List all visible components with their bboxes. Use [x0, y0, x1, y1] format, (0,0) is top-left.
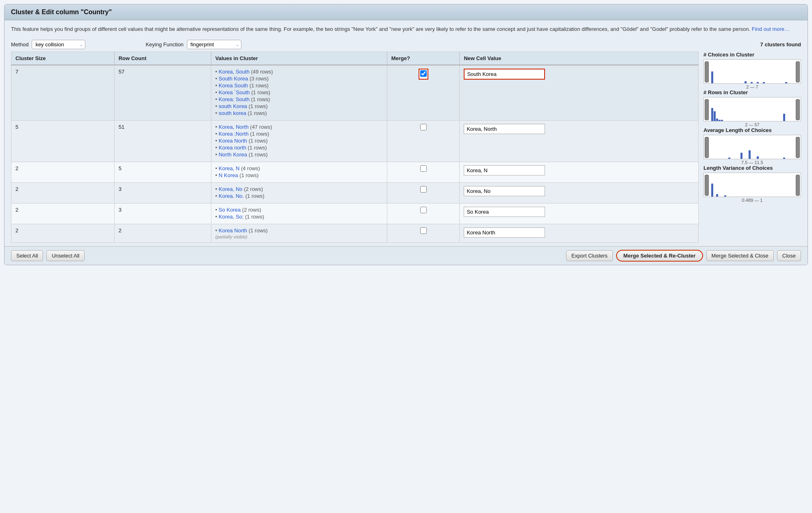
- cell-merge[interactable]: [387, 65, 460, 121]
- chart-container[interactable]: [703, 135, 801, 159]
- keying-select-wrapper[interactable]: fingerprint ngram-fingerprint metaphone3…: [187, 40, 241, 49]
- value-link[interactable]: N Korea: [219, 172, 238, 178]
- cell-merge[interactable]: [387, 162, 460, 182]
- new-value-input[interactable]: [464, 165, 545, 175]
- value-link[interactable]: south korea: [219, 110, 246, 116]
- toolbar: Method key collision nearest neighbor Ke…: [4, 37, 808, 52]
- col-new-value: New Cell Value: [460, 52, 699, 65]
- unselect-all-button[interactable]: Unselect All: [46, 250, 85, 261]
- row-count-label: (1 rows): [248, 82, 269, 89]
- merge-recluster-button[interactable]: Merge Selected & Re-Cluster: [616, 250, 703, 262]
- col-values: Values in Cluster: [211, 52, 387, 65]
- new-value-input[interactable]: [464, 124, 545, 134]
- value-link[interactable]: Korea, No: [219, 186, 243, 192]
- keying-select[interactable]: fingerprint ngram-fingerprint metaphone3…: [187, 40, 241, 49]
- new-value-input[interactable]: [464, 207, 545, 217]
- value-link[interactable]: Korea, N: [219, 165, 239, 171]
- slider-handle-right[interactable]: [796, 61, 800, 82]
- cell-values: Korea, N (4 rows)N Korea (1 rows): [211, 162, 387, 182]
- value-link[interactable]: So Korea: [219, 207, 241, 213]
- cell-new-value[interactable]: [460, 224, 699, 242]
- slider-handle-left[interactable]: [705, 175, 709, 196]
- cell-size: 2: [11, 162, 115, 182]
- chart-container[interactable]: [703, 97, 801, 121]
- value-link[interactable]: Korea South: [219, 82, 248, 89]
- chart-container[interactable]: [703, 173, 801, 197]
- value-link[interactable]: Korea: South: [219, 96, 250, 102]
- description-text: This feature helps you find groups of di…: [11, 26, 750, 32]
- merge-close-button[interactable]: Merge Selected & Close: [706, 250, 774, 261]
- title-bar: Cluster & Edit column "Country": [4, 4, 808, 20]
- cell-new-value[interactable]: [460, 65, 699, 121]
- slider-handle-left[interactable]: [705, 99, 709, 120]
- slider-handle-left[interactable]: [705, 137, 709, 158]
- slider-handle-right[interactable]: [796, 175, 800, 196]
- cell-values: Korea, South (49 rows)South Korea (3 row…: [211, 65, 387, 121]
- merge-checkbox[interactable]: [420, 186, 427, 193]
- cell-new-value[interactable]: [460, 120, 699, 162]
- list-item: Korea: South (1 rows): [215, 96, 383, 102]
- value-link[interactable]: Korea ;North: [219, 131, 249, 137]
- close-button[interactable]: Close: [777, 250, 801, 261]
- merge-checkbox[interactable]: [420, 207, 427, 213]
- slider-handle-left[interactable]: [705, 61, 709, 82]
- cell-row-count: 3: [114, 182, 211, 203]
- value-link[interactable]: Korea, North: [219, 124, 249, 130]
- row-count-label: (1 rows): [246, 145, 267, 151]
- cell-merge[interactable]: [387, 182, 460, 203]
- value-link[interactable]: Korea North: [219, 138, 247, 144]
- list-item: Korea North (1 rows): [215, 138, 383, 144]
- select-all-button[interactable]: Select All: [11, 250, 43, 261]
- value-link[interactable]: North Korea: [219, 152, 247, 158]
- value-link[interactable]: Korea `South: [219, 89, 250, 95]
- chart-container[interactable]: [703, 59, 801, 84]
- cell-size: 5: [11, 120, 115, 162]
- cell-row-count: 51: [114, 120, 211, 162]
- side-panel: # Choices in Cluster2 — 7# Rows in Clust…: [703, 52, 801, 243]
- row-count-label: (47 rows): [249, 124, 272, 130]
- value-link[interactable]: Korea North: [219, 227, 247, 234]
- slider-handle-right[interactable]: [796, 137, 800, 158]
- content-area: Cluster Size Row Count Values in Cluster…: [4, 52, 808, 246]
- window-title: Cluster & Edit column "Country": [11, 9, 801, 16]
- cell-new-value[interactable]: [460, 162, 699, 182]
- cell-merge[interactable]: [387, 120, 460, 162]
- cell-merge[interactable]: [387, 224, 460, 242]
- table-row: 25Korea, N (4 rows)N Korea (1 rows): [11, 162, 699, 182]
- slider-handle-right[interactable]: [796, 99, 800, 120]
- new-value-input[interactable]: [464, 186, 545, 196]
- export-clusters-button[interactable]: Export Clusters: [566, 250, 613, 261]
- merge-checkbox[interactable]: [420, 124, 427, 130]
- row-count-label: (4 rows): [239, 165, 260, 171]
- chart-bar: [711, 108, 713, 121]
- merge-checkbox[interactable]: [420, 227, 427, 234]
- method-select[interactable]: key collision nearest neighbor: [32, 40, 85, 49]
- cell-row-count: 5: [114, 162, 211, 182]
- value-link[interactable]: Korea, So;: [219, 214, 243, 220]
- value-link[interactable]: South Korea: [219, 76, 248, 82]
- row-count-label: (1 rows): [247, 103, 268, 109]
- value-link[interactable]: Korea. No.: [219, 193, 244, 199]
- cluster-table: Cluster Size Row Count Values in Cluster…: [11, 52, 699, 243]
- merge-checkbox[interactable]: [420, 70, 427, 77]
- new-value-input[interactable]: [464, 69, 545, 80]
- list-item: Korea ;North (1 rows): [215, 131, 383, 137]
- cell-new-value[interactable]: [460, 182, 699, 203]
- chart-bar: [783, 114, 785, 121]
- merge-checkbox-wrapper: [419, 69, 428, 80]
- col-cluster-size: Cluster Size: [11, 52, 115, 65]
- chart-bar: [749, 150, 751, 158]
- merge-checkbox[interactable]: [420, 165, 427, 172]
- chart-bar: [745, 81, 747, 83]
- value-link[interactable]: Korea, South: [219, 69, 250, 75]
- new-value-input[interactable]: [464, 227, 545, 238]
- charts-container: # Choices in Cluster2 — 7# Rows in Clust…: [703, 52, 801, 203]
- chart-bar: [716, 119, 718, 121]
- find-out-more-link[interactable]: Find out more…: [752, 26, 790, 32]
- cell-merge[interactable]: [387, 203, 460, 224]
- table-header-row: Cluster Size Row Count Values in Cluster…: [11, 52, 699, 65]
- method-select-wrapper[interactable]: key collision nearest neighbor: [32, 40, 85, 49]
- value-link[interactable]: Korea north: [219, 145, 246, 151]
- cell-new-value[interactable]: [460, 203, 699, 224]
- value-link[interactable]: south Korea: [219, 103, 247, 109]
